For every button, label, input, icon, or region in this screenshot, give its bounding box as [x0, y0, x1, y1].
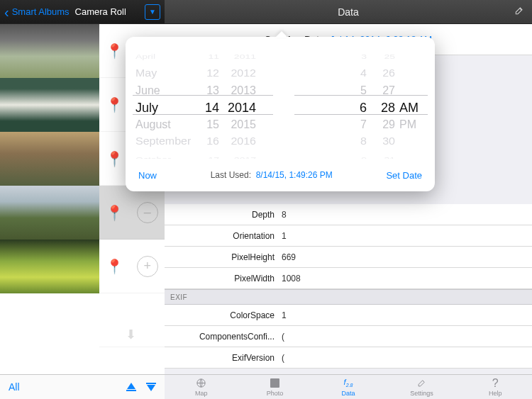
metadata-row: Orientation1	[165, 225, 532, 247]
day-wheel[interactable]: 11 12 13 14 15 16 17	[194, 37, 219, 159]
album-dropdown-button[interactable]: ▼	[145, 4, 160, 20]
thumbnail-image	[0, 240, 99, 293]
download-icon[interactable]: ⬇	[126, 327, 136, 342]
tab-data[interactable]: f2.8 Data	[311, 375, 385, 399]
remove-circle-icon[interactable]: –	[137, 202, 158, 223]
metadata-row: ComponentsConfi...(	[165, 326, 532, 347]
back-button[interactable]: Smart Albums	[12, 6, 70, 17]
thumbnail-image	[0, 24, 99, 78]
metadata-row: PixelHeight669	[165, 247, 532, 268]
photo-icon	[270, 378, 279, 389]
top-toolbar: ‹ Smart Albums Camera Roll ▼ Data	[0, 0, 532, 24]
ampm-wheel[interactable]: AM PM	[395, 37, 423, 159]
map-pin-icon[interactable]: 📍	[106, 150, 123, 167]
metadata-row: PixelWidth1008	[165, 268, 532, 289]
date-picker-popover: April May June July August September Oct…	[126, 37, 435, 191]
hour-wheel[interactable]: 3 4 5 6 7 8 9	[345, 37, 367, 159]
thumbnail-row[interactable]: 📍 +	[0, 240, 165, 293]
map-pin-icon[interactable]: 📍	[106, 96, 123, 113]
metadata-row: ExifVersion(	[165, 347, 532, 369]
metadata-row: Depth8	[165, 204, 532, 225]
map-pin-icon[interactable]: 📍	[106, 258, 123, 275]
now-button[interactable]: Now	[138, 170, 157, 181]
tab-settings[interactable]: Settings	[385, 375, 459, 399]
tab-photo[interactable]: Photo	[238, 375, 312, 399]
aperture-icon: f2.8	[344, 378, 353, 389]
scroll-bottom-button[interactable]	[146, 383, 156, 391]
all-button[interactable]: All	[9, 381, 20, 393]
album-title: Camera Roll	[75, 6, 126, 17]
thumbnail-image	[0, 78, 99, 132]
help-icon: ?	[492, 378, 499, 389]
map-pin-icon[interactable]: 📍	[106, 43, 123, 60]
tab-help[interactable]: ? Help	[458, 375, 532, 399]
set-date-button[interactable]: Set Date	[386, 170, 422, 181]
thumbnail-image	[0, 186, 99, 240]
thumbnail-row[interactable]: ⬇	[0, 293, 165, 347]
tab-map[interactable]: Map	[165, 375, 238, 399]
exif-section-header: EXIF	[165, 289, 532, 305]
scroll-top-button[interactable]	[126, 383, 136, 391]
metadata-row: ColorSpace1	[165, 305, 532, 326]
thumbnail-row-selected[interactable]: 📍 –	[0, 186, 165, 240]
month-wheel[interactable]: April May June July August September Oct…	[133, 37, 194, 159]
thumbnail-image	[0, 293, 99, 347]
page-title: Data	[338, 6, 359, 18]
thumbnail-image	[0, 132, 99, 186]
globe-icon	[196, 378, 206, 389]
minute-wheel[interactable]: 25 26 27 28 29 30 31	[367, 37, 395, 159]
wrench-icon	[416, 378, 427, 389]
last-used-label: Last Used: 8/14/15, 1:49:26 PM	[157, 170, 386, 180]
tools-icon[interactable]	[514, 5, 525, 19]
bottom-toolbar: All Map Photo f2.8 Data Settings ?	[0, 374, 532, 399]
albums-bar: ‹ Smart Albums Camera Roll ▼	[0, 0, 165, 23]
year-wheel[interactable]: 2011 2012 2013 2014 2015 2016 2017	[219, 37, 256, 159]
back-chevron-icon[interactable]: ‹	[4, 5, 9, 19]
map-pin-icon[interactable]: 📍	[106, 204, 123, 221]
main-title-bar: Data	[165, 0, 532, 23]
add-circle-icon[interactable]: +	[137, 256, 158, 277]
